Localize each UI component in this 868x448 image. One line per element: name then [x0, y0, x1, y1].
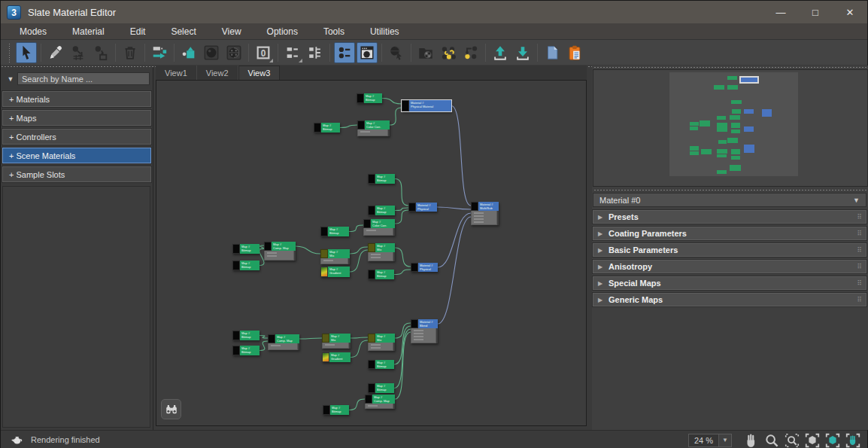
rollout-presets[interactable]: ▶Presets⠿ — [593, 210, 866, 224]
zoom-button[interactable] — [762, 432, 781, 448]
navigator-minimap[interactable] — [593, 69, 868, 187]
delete-selected-button[interactable] — [120, 42, 141, 63]
browser-item-maps[interactable]: + Maps — [2, 110, 151, 126]
navigator-splitter[interactable] — [593, 66, 867, 69]
map-node[interactable]: Map #Color Corr. — [363, 219, 395, 236]
material-node[interactable]: Material #Physical Material — [402, 100, 451, 111]
map-node[interactable]: Map #Bitmap — [368, 174, 395, 184]
menu-utilities[interactable]: Utilities — [362, 25, 408, 38]
pick-material-from-scene-button[interactable] — [460, 42, 481, 63]
zoom-dropdown-caret-icon[interactable]: ▼ — [718, 434, 731, 446]
material-selector[interactable]: Material #0 ▼ — [593, 193, 866, 207]
map-node[interactable]: Map #Bitmap — [368, 360, 394, 369]
layout-children-button[interactable] — [305, 42, 326, 63]
get-material-from-library-button[interactable] — [415, 42, 436, 63]
rollout-grip-icon[interactable]: ⠿ — [857, 213, 861, 221]
map-node[interactable]: Map #Comp. Map — [264, 242, 296, 261]
material-node[interactable]: Material #Physical — [408, 203, 437, 212]
rollout-grip-icon[interactable]: ⠿ — [857, 296, 861, 303]
menu-options[interactable]: Options — [259, 25, 306, 38]
material-node[interactable]: Material #Multi/Sub — [471, 202, 499, 225]
map-node[interactable]: Map #Bitmap — [323, 405, 349, 415]
get-from-library-button[interactable] — [512, 42, 533, 63]
pan-tool-button[interactable] — [161, 399, 181, 419]
minimize-button[interactable]: — — [763, 1, 798, 23]
zoom-extents-selected-button[interactable] — [823, 432, 842, 448]
copy-material-button[interactable] — [542, 42, 563, 63]
map-node[interactable]: Map #Bitmap — [368, 206, 395, 215]
browser-item-controllers[interactable]: + Controllers — [2, 129, 151, 145]
browser-item-materials[interactable]: + Materials — [2, 91, 151, 107]
search-options-caret-icon[interactable]: ▼ — [4, 75, 17, 83]
map-node[interactable]: Map #Bitmap — [232, 244, 259, 254]
map-node[interactable]: Map #Bitmap — [357, 93, 382, 103]
search-input[interactable] — [17, 72, 150, 85]
map-node[interactable]: Map #Bitmap — [320, 227, 349, 236]
close-button[interactable]: ✕ — [833, 1, 867, 23]
rollout-coating-parameters[interactable]: ▶Coating Parameters⠿ — [593, 227, 866, 240]
rollout-special-maps[interactable]: ▶Special Maps⠿ — [593, 276, 866, 290]
map-node[interactable]: Map #Mix — [368, 334, 395, 351]
rollout-basic-parameters[interactable]: ▶Basic Parameters⠿ — [593, 243, 866, 257]
menu-view[interactable]: View — [214, 25, 250, 38]
select-tool-button[interactable] — [16, 42, 37, 63]
zoom-region-button[interactable] — [782, 432, 801, 448]
browser-list-area[interactable] — [2, 186, 150, 428]
pick-material-from-object-button[interactable] — [45, 42, 66, 63]
tab-view2[interactable]: View2 — [197, 66, 238, 80]
rollout-grip-icon[interactable]: ⠿ — [857, 279, 861, 287]
map-node[interactable]: Map #Comp. Map — [365, 395, 395, 409]
menu-material[interactable]: Material — [64, 25, 113, 38]
menu-edit[interactable]: Edit — [122, 25, 154, 38]
map-node[interactable]: Map #Mix — [368, 243, 395, 261]
map-node[interactable]: Map #Bitmap — [232, 331, 259, 340]
hide-unused-nodeslots-button[interactable] — [178, 42, 199, 63]
rollout-grip-icon[interactable]: ⠿ — [857, 230, 861, 237]
map-node[interactable]: Map #Bitmap — [232, 346, 259, 355]
parameter-splitter[interactable] — [593, 189, 868, 191]
material-node[interactable]: Material #Blend — [411, 319, 438, 343]
pan-button[interactable] — [742, 432, 760, 448]
map-node[interactable]: Map #Bitmap — [314, 123, 340, 133]
zoom-level-select[interactable]: 24 % ▼ — [688, 434, 732, 447]
toolbar-drag-handle[interactable] — [8, 43, 11, 62]
node-graph-canvas[interactable]: Map #BitmapMaterial #Physical MaterialMa… — [156, 80, 587, 426]
parameter-editor-toggle-button[interactable] — [357, 42, 378, 63]
rollout-generic-maps[interactable]: ▶Generic Maps⠿ — [593, 293, 866, 306]
menu-tools[interactable]: Tools — [315, 25, 353, 38]
tab-view3[interactable]: View3 — [238, 66, 281, 80]
pan-to-selected-button[interactable] — [843, 432, 862, 448]
material-map-browser-toggle-button[interactable] — [334, 42, 355, 63]
map-node[interactable]: Map #Mix — [322, 334, 351, 349]
menu-modes[interactable]: Modes — [11, 25, 55, 38]
browser-item-scene-materials[interactable]: + Scene Materials — [2, 148, 151, 163]
layout-all-vertical-button[interactable] — [282, 42, 303, 63]
material-dropdown-caret-icon[interactable]: ▼ — [853, 197, 860, 204]
show-background-button[interactable] — [201, 42, 222, 63]
sample-uv-tiling-button[interactable]: 0 — [253, 42, 274, 63]
map-node[interactable]: Map #Bitmap — [232, 261, 259, 270]
synchronize-materials-button[interactable] — [438, 42, 459, 63]
material-node[interactable]: Material #Physical — [411, 263, 438, 272]
map-node[interactable]: Map #Mix — [320, 249, 350, 264]
browser-item-sample-slots[interactable]: + Sample Slots — [2, 166, 151, 182]
zoom-extents-button[interactable] — [803, 432, 821, 448]
menu-select[interactable]: Select — [162, 25, 204, 38]
map-node[interactable]: Map #Gradient — [320, 267, 350, 277]
rollout-anisotropy[interactable]: ▶Anisotropy⠿ — [593, 260, 866, 273]
map-node[interactable]: Map #Comp. Map — [268, 334, 299, 350]
show-checker-background-button[interactable] — [223, 42, 244, 63]
tab-view1[interactable]: View1 — [156, 66, 197, 80]
map-node[interactable]: Map #Color Corr. — [357, 120, 390, 136]
move-children-button[interactable] — [149, 42, 170, 63]
move-to-library-button[interactable] — [490, 42, 511, 63]
rollout-grip-icon[interactable]: ⠿ — [857, 263, 861, 270]
paste-material-button[interactable] — [564, 42, 585, 63]
map-node[interactable]: Map #Bitmap — [368, 383, 394, 393]
select-by-material-button[interactable] — [386, 42, 407, 63]
assign-material-to-selection-button[interactable] — [90, 42, 111, 63]
map-node[interactable]: Map #Bitmap — [368, 270, 394, 279]
put-material-to-scene-button[interactable] — [68, 42, 89, 63]
map-node[interactable]: Map #Gradient — [322, 352, 351, 362]
rollout-grip-icon[interactable]: ⠿ — [857, 246, 861, 254]
